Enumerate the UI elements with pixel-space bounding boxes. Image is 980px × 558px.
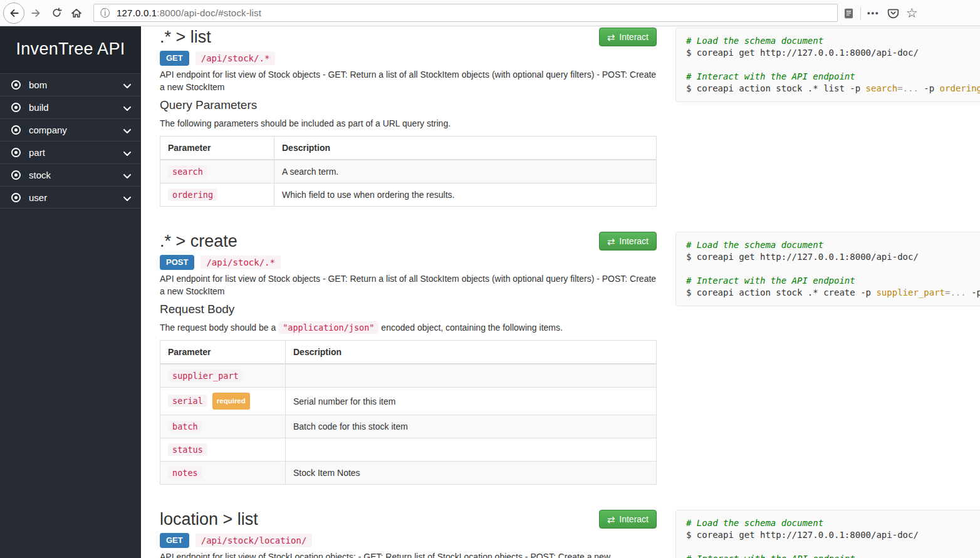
description-cell bbox=[286, 364, 657, 388]
sidebar: InvenTree API bombuildcompanypartstockus… bbox=[0, 26, 141, 558]
reader-view-button[interactable] bbox=[843, 8, 854, 19]
coreapi-code-panel: # Load the schema document$ coreapi get … bbox=[675, 28, 980, 102]
pocket-icon bbox=[887, 8, 899, 19]
param-cell: supplier_part bbox=[160, 364, 286, 388]
endpoint-description: API endpoint for list view of Stock obje… bbox=[160, 68, 657, 93]
exchange-icon: ⇄ bbox=[607, 515, 615, 524]
endpoint-title: location > list bbox=[160, 510, 258, 529]
param-name: ordering bbox=[168, 189, 217, 201]
sidebar-item-label: user bbox=[29, 192, 47, 203]
app-title: InvenTree API bbox=[16, 39, 125, 58]
home-button[interactable] bbox=[71, 8, 82, 19]
description-cell: Which field to use when ordering the res… bbox=[274, 183, 657, 207]
table-row: orderingWhich field to use when ordering… bbox=[160, 183, 657, 207]
bullseye-icon bbox=[11, 170, 21, 180]
sidebar-item-bom[interactable]: bom bbox=[0, 73, 141, 96]
code-column: # Load the schema document$ coreapi get … bbox=[675, 28, 980, 207]
sidebar-item-stock[interactable]: stock bbox=[0, 163, 141, 186]
table-header: Parameter bbox=[160, 341, 286, 364]
code-column: # Load the schema document$ coreapi get … bbox=[675, 510, 980, 558]
description-cell: Serial number for this item bbox=[286, 388, 657, 415]
bullseye-icon bbox=[11, 148, 21, 157]
param-cell: notes bbox=[160, 462, 286, 485]
bullseye-icon bbox=[11, 193, 21, 202]
description-cell: A search term. bbox=[274, 160, 657, 183]
home-icon bbox=[71, 8, 82, 19]
sidebar-item-label: bom bbox=[29, 80, 47, 90]
param-cell: serialrequired bbox=[160, 388, 286, 415]
method-badge: GET bbox=[160, 533, 189, 548]
back-button[interactable] bbox=[3, 3, 24, 24]
body-heading: Request Body bbox=[160, 302, 657, 316]
coreapi-code-panel: # Load the schema document$ coreapi get … bbox=[675, 510, 980, 558]
chevron-down-icon bbox=[123, 192, 131, 203]
sidebar-item-company[interactable]: company bbox=[0, 118, 141, 141]
chevron-down-icon bbox=[123, 147, 131, 158]
sidebar-item-build[interactable]: build bbox=[0, 96, 141, 118]
param-name: status bbox=[168, 443, 207, 456]
endpoint-description: API endpoint for list view of Stock obje… bbox=[160, 272, 657, 297]
bullseye-icon bbox=[11, 103, 21, 112]
table-header: Description bbox=[286, 341, 657, 364]
url-host: 127.0.0.1 bbox=[117, 8, 157, 18]
param-name: supplier_part bbox=[168, 369, 243, 382]
reader-view-icon bbox=[843, 8, 854, 19]
interact-label: Interact bbox=[619, 32, 649, 42]
chevron-down-icon bbox=[123, 125, 131, 135]
description-cell: Stock Item Notes bbox=[286, 462, 657, 485]
sidebar-item-label: company bbox=[29, 125, 67, 135]
endpoint-section: .* > list⇄InteractGET/api/stock/.*API en… bbox=[160, 28, 980, 207]
endpoint-title: .* > create bbox=[160, 232, 237, 251]
browser-toolbar: ⓘ 127.0.0.1:8000/api-doc/#stock-list •••… bbox=[0, 0, 980, 26]
interact-button[interactable]: ⇄Interact bbox=[599, 28, 657, 46]
interact-label: Interact bbox=[619, 514, 649, 524]
body-intro: The request body should be a "applicatio… bbox=[160, 321, 657, 334]
more-actions-button[interactable]: ••• bbox=[867, 8, 880, 18]
back-arrow-icon bbox=[8, 8, 19, 19]
endpoint-title: .* > list bbox=[160, 28, 211, 47]
chevron-down-icon bbox=[123, 170, 131, 180]
sidebar-item-user[interactable]: user bbox=[0, 186, 141, 209]
interact-label: Interact bbox=[619, 236, 649, 246]
interact-button[interactable]: ⇄Interact bbox=[599, 232, 657, 251]
body-heading: Query Parameters bbox=[160, 98, 657, 112]
reload-icon bbox=[51, 8, 62, 19]
exchange-icon: ⇄ bbox=[607, 33, 615, 42]
endpoint-path: /api/stock/location/ bbox=[195, 534, 313, 547]
table-row: serialrequiredSerial number for this ite… bbox=[160, 388, 657, 415]
site-info-icon[interactable]: ⓘ bbox=[100, 8, 110, 18]
chevron-down-icon bbox=[123, 80, 131, 90]
table-row: batchBatch code for this stock item bbox=[160, 415, 657, 438]
param-name: search bbox=[168, 165, 207, 178]
coreapi-code-panel: # Load the schema document$ coreapi get … bbox=[675, 232, 980, 306]
table-row: status bbox=[160, 438, 657, 462]
param-name: batch bbox=[168, 420, 202, 433]
description-cell: Batch code for this stock item bbox=[286, 415, 657, 438]
bookmark-star-icon[interactable]: ☆ bbox=[906, 6, 918, 19]
param-cell: batch bbox=[160, 415, 286, 438]
endpoint-section: location > list⇄InteractGET/api/stock/lo… bbox=[160, 510, 980, 558]
exchange-icon: ⇄ bbox=[607, 237, 615, 246]
parameters-table: ParameterDescriptionsupplier_partserialr… bbox=[160, 340, 657, 485]
param-cell: status bbox=[160, 438, 286, 462]
bullseye-icon bbox=[11, 125, 21, 135]
endpoint-doc: .* > create⇄InteractPOST/api/stock/.*API… bbox=[160, 232, 657, 485]
bullseye-icon bbox=[11, 80, 21, 90]
table-row: searchA search term. bbox=[160, 160, 657, 183]
endpoint-section: .* > create⇄InteractPOST/api/stock/.*API… bbox=[160, 232, 980, 485]
sidebar-item-part[interactable]: part bbox=[0, 141, 141, 163]
code-column: # Load the schema document$ coreapi get … bbox=[675, 232, 980, 485]
interact-button[interactable]: ⇄Interact bbox=[599, 510, 657, 529]
reload-button[interactable] bbox=[51, 8, 62, 19]
sections: .* > list⇄InteractGET/api/stock/.*API en… bbox=[160, 28, 980, 558]
url-bar[interactable]: ⓘ 127.0.0.1:8000/api-doc/#stock-list bbox=[93, 4, 838, 22]
method-badge: GET bbox=[160, 51, 189, 66]
table-row: supplier_part bbox=[160, 364, 657, 388]
toolbar-separator bbox=[860, 7, 861, 19]
chevron-down-icon bbox=[123, 102, 131, 113]
pocket-button[interactable] bbox=[887, 8, 899, 19]
forward-button[interactable] bbox=[31, 8, 42, 19]
endpoint-description: API endpoint for list view of StockLocat… bbox=[160, 550, 657, 558]
url-text[interactable]: 127.0.0.1:8000/api-doc/#stock-list bbox=[117, 8, 261, 18]
endpoint-path: /api/stock/.* bbox=[195, 51, 276, 65]
